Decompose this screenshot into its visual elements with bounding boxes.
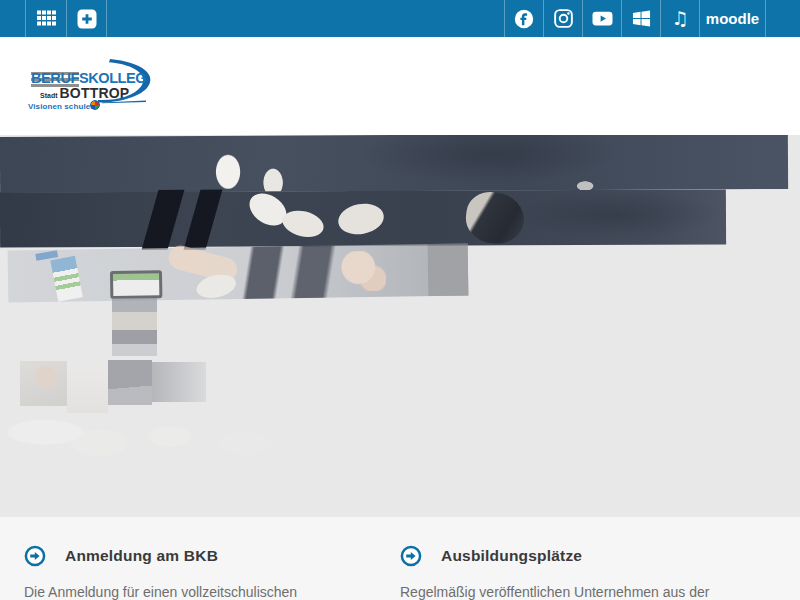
instagram-icon-glyph — [554, 9, 573, 28]
facebook-icon[interactable] — [504, 0, 543, 37]
youtube-icon-glyph — [592, 8, 613, 29]
hero-fragment — [110, 270, 162, 299]
hero-fragment — [240, 245, 339, 299]
topbar: ♫ moodle — [0, 0, 800, 37]
teaser-card-link[interactable]: Anmeldung am BKB — [24, 545, 360, 567]
teaser-section: Anmeldung am BKB Die Anmeldung für einen… — [0, 517, 800, 600]
hero-image-fragment — [20, 361, 67, 406]
hero-fragment — [142, 190, 185, 250]
plus-square-icon[interactable] — [66, 0, 107, 37]
arrow-circle-right-icon — [400, 545, 422, 567]
logo-city-prefix: Stadt — [40, 92, 58, 99]
youtube-icon[interactable] — [582, 0, 621, 37]
hero-fragment — [50, 256, 82, 302]
hero-image-fragment — [108, 360, 152, 405]
hero-fragment — [340, 251, 387, 292]
site-header: BERUFSKOLLEG Stadt BOTTROP Visionen schu… — [0, 37, 800, 135]
hero-fragment — [184, 190, 223, 250]
logo-title: BERUFSKOLLEG — [31, 70, 146, 86]
hero-image-strip-faded — [8, 243, 469, 302]
logo-city-row: Stadt BOTTROP — [40, 85, 129, 101]
hero-fragment — [464, 190, 527, 247]
facebook-icon-glyph — [514, 9, 534, 29]
hero-image-fragment — [112, 298, 157, 356]
logo-city: BOTTROP — [60, 85, 130, 101]
microsoft-icon[interactable] — [621, 0, 660, 37]
instagram-icon[interactable] — [543, 0, 582, 37]
arrow-circle-right-icon — [24, 545, 46, 567]
teaser-title: Ausbildungsplätze — [441, 547, 582, 565]
teaser-card-ausbildung: Ausbildungsplätze Regelmäßig veröffentli… — [400, 545, 776, 600]
logo-tagline: Visionen schulen — [28, 102, 95, 111]
moodle-label: moodle — [706, 10, 759, 27]
logo-color-wheel-icon — [90, 100, 100, 110]
hero-image-fragment — [125, 419, 285, 463]
hero-image — [0, 135, 800, 517]
teaser-text: Regelmäßig veröffentlichen Unternehmen a… — [400, 583, 736, 600]
hero-image-fragment — [6, 413, 136, 461]
topbar-spacer — [765, 0, 800, 37]
hero-fragment — [280, 207, 327, 241]
grid-icon[interactable] — [25, 0, 66, 37]
teaser-title: Anmeldung am BKB — [65, 547, 218, 565]
hero-fragment — [336, 200, 387, 238]
teaser-card-link[interactable]: Ausbildungsplätze — [400, 545, 736, 567]
moodle-link[interactable]: moodle — [699, 0, 765, 37]
hero-fragment — [428, 243, 469, 296]
teaser-card-anmeldung: Anmeldung am BKB Die Anmeldung für einen… — [24, 545, 400, 600]
topbar-app-links — [25, 0, 107, 37]
grid-icon-glyph — [37, 10, 56, 27]
site-logo[interactable]: BERUFSKOLLEG Stadt BOTTROP Visionen schu… — [28, 59, 193, 117]
music-note-glyph: ♫ — [671, 9, 688, 28]
plus-square-icon-glyph — [77, 9, 97, 29]
hero-image-fragment — [152, 362, 206, 402]
music-note-icon[interactable]: ♫ — [660, 0, 699, 37]
microsoft-icon-glyph — [632, 9, 651, 28]
hero-image-fragment — [67, 364, 108, 413]
hero-fragment — [113, 273, 159, 296]
topbar-social-links: ♫ moodle — [504, 0, 800, 37]
teaser-text: Die Anmeldung für einen vollzeitschulisc… — [24, 583, 360, 600]
hero-image-strip-middle — [0, 189, 726, 247]
hero-image-strip-top — [0, 135, 788, 193]
